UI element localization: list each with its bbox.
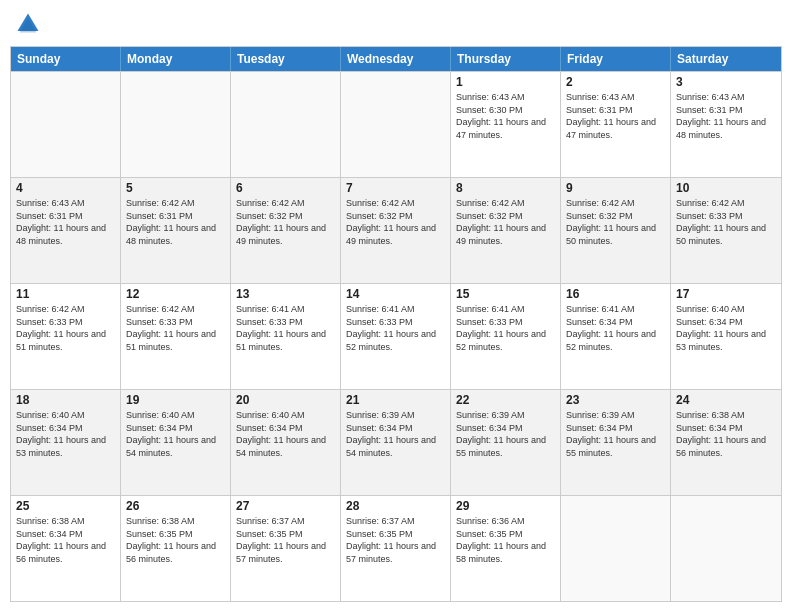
day-number: 11	[16, 287, 115, 301]
header-day-wednesday: Wednesday	[341, 47, 451, 71]
calendar-cell: 16Sunrise: 6:41 AMSunset: 6:34 PMDayligh…	[561, 284, 671, 389]
calendar-cell	[121, 72, 231, 177]
logo	[14, 10, 46, 38]
calendar-cell: 13Sunrise: 6:41 AMSunset: 6:33 PMDayligh…	[231, 284, 341, 389]
day-info: Sunrise: 6:40 AMSunset: 6:34 PMDaylight:…	[676, 303, 776, 353]
calendar-cell: 5Sunrise: 6:42 AMSunset: 6:31 PMDaylight…	[121, 178, 231, 283]
day-number: 23	[566, 393, 665, 407]
day-info: Sunrise: 6:42 AMSunset: 6:32 PMDaylight:…	[566, 197, 665, 247]
day-info: Sunrise: 6:43 AMSunset: 6:31 PMDaylight:…	[676, 91, 776, 141]
calendar-cell: 9Sunrise: 6:42 AMSunset: 6:32 PMDaylight…	[561, 178, 671, 283]
day-number: 4	[16, 181, 115, 195]
day-info: Sunrise: 6:38 AMSunset: 6:34 PMDaylight:…	[16, 515, 115, 565]
day-info: Sunrise: 6:43 AMSunset: 6:31 PMDaylight:…	[16, 197, 115, 247]
day-number: 28	[346, 499, 445, 513]
day-number: 26	[126, 499, 225, 513]
day-info: Sunrise: 6:42 AMSunset: 6:33 PMDaylight:…	[676, 197, 776, 247]
calendar-cell: 24Sunrise: 6:38 AMSunset: 6:34 PMDayligh…	[671, 390, 781, 495]
day-number: 29	[456, 499, 555, 513]
day-number: 13	[236, 287, 335, 301]
calendar-cell: 26Sunrise: 6:38 AMSunset: 6:35 PMDayligh…	[121, 496, 231, 601]
header-day-saturday: Saturday	[671, 47, 781, 71]
day-info: Sunrise: 6:41 AMSunset: 6:33 PMDaylight:…	[236, 303, 335, 353]
calendar-cell: 17Sunrise: 6:40 AMSunset: 6:34 PMDayligh…	[671, 284, 781, 389]
calendar-cell: 4Sunrise: 6:43 AMSunset: 6:31 PMDaylight…	[11, 178, 121, 283]
calendar-week-2: 4Sunrise: 6:43 AMSunset: 6:31 PMDaylight…	[11, 177, 781, 283]
calendar-week-3: 11Sunrise: 6:42 AMSunset: 6:33 PMDayligh…	[11, 283, 781, 389]
calendar-cell: 7Sunrise: 6:42 AMSunset: 6:32 PMDaylight…	[341, 178, 451, 283]
calendar-cell: 1Sunrise: 6:43 AMSunset: 6:30 PMDaylight…	[451, 72, 561, 177]
day-info: Sunrise: 6:38 AMSunset: 6:34 PMDaylight:…	[676, 409, 776, 459]
calendar-cell: 29Sunrise: 6:36 AMSunset: 6:35 PMDayligh…	[451, 496, 561, 601]
day-info: Sunrise: 6:40 AMSunset: 6:34 PMDaylight:…	[236, 409, 335, 459]
day-info: Sunrise: 6:40 AMSunset: 6:34 PMDaylight:…	[126, 409, 225, 459]
calendar-cell: 3Sunrise: 6:43 AMSunset: 6:31 PMDaylight…	[671, 72, 781, 177]
day-number: 19	[126, 393, 225, 407]
calendar-cell: 10Sunrise: 6:42 AMSunset: 6:33 PMDayligh…	[671, 178, 781, 283]
day-number: 20	[236, 393, 335, 407]
day-info: Sunrise: 6:36 AMSunset: 6:35 PMDaylight:…	[456, 515, 555, 565]
calendar-cell: 15Sunrise: 6:41 AMSunset: 6:33 PMDayligh…	[451, 284, 561, 389]
day-info: Sunrise: 6:42 AMSunset: 6:32 PMDaylight:…	[456, 197, 555, 247]
calendar-cell: 18Sunrise: 6:40 AMSunset: 6:34 PMDayligh…	[11, 390, 121, 495]
calendar-week-1: 1Sunrise: 6:43 AMSunset: 6:30 PMDaylight…	[11, 71, 781, 177]
calendar-cell: 23Sunrise: 6:39 AMSunset: 6:34 PMDayligh…	[561, 390, 671, 495]
day-info: Sunrise: 6:43 AMSunset: 6:30 PMDaylight:…	[456, 91, 555, 141]
day-info: Sunrise: 6:38 AMSunset: 6:35 PMDaylight:…	[126, 515, 225, 565]
calendar-cell: 8Sunrise: 6:42 AMSunset: 6:32 PMDaylight…	[451, 178, 561, 283]
header-day-thursday: Thursday	[451, 47, 561, 71]
day-number: 18	[16, 393, 115, 407]
header-day-sunday: Sunday	[11, 47, 121, 71]
header-day-monday: Monday	[121, 47, 231, 71]
header-day-tuesday: Tuesday	[231, 47, 341, 71]
header-day-friday: Friday	[561, 47, 671, 71]
day-number: 5	[126, 181, 225, 195]
day-info: Sunrise: 6:43 AMSunset: 6:31 PMDaylight:…	[566, 91, 665, 141]
calendar: SundayMondayTuesdayWednesdayThursdayFrid…	[10, 46, 782, 602]
calendar-cell: 19Sunrise: 6:40 AMSunset: 6:34 PMDayligh…	[121, 390, 231, 495]
day-number: 2	[566, 75, 665, 89]
day-info: Sunrise: 6:42 AMSunset: 6:33 PMDaylight:…	[126, 303, 225, 353]
calendar-cell: 25Sunrise: 6:38 AMSunset: 6:34 PMDayligh…	[11, 496, 121, 601]
calendar-cell	[11, 72, 121, 177]
day-info: Sunrise: 6:42 AMSunset: 6:32 PMDaylight:…	[346, 197, 445, 247]
day-info: Sunrise: 6:37 AMSunset: 6:35 PMDaylight:…	[346, 515, 445, 565]
day-number: 21	[346, 393, 445, 407]
day-number: 22	[456, 393, 555, 407]
calendar-cell: 21Sunrise: 6:39 AMSunset: 6:34 PMDayligh…	[341, 390, 451, 495]
calendar-cell	[671, 496, 781, 601]
day-number: 17	[676, 287, 776, 301]
calendar-cell	[231, 72, 341, 177]
calendar-header: SundayMondayTuesdayWednesdayThursdayFrid…	[11, 47, 781, 71]
calendar-cell: 27Sunrise: 6:37 AMSunset: 6:35 PMDayligh…	[231, 496, 341, 601]
calendar-cell	[561, 496, 671, 601]
day-info: Sunrise: 6:41 AMSunset: 6:34 PMDaylight:…	[566, 303, 665, 353]
day-info: Sunrise: 6:42 AMSunset: 6:31 PMDaylight:…	[126, 197, 225, 247]
calendar-cell	[341, 72, 451, 177]
day-number: 24	[676, 393, 776, 407]
calendar-cell: 14Sunrise: 6:41 AMSunset: 6:33 PMDayligh…	[341, 284, 451, 389]
calendar-week-4: 18Sunrise: 6:40 AMSunset: 6:34 PMDayligh…	[11, 389, 781, 495]
calendar-week-5: 25Sunrise: 6:38 AMSunset: 6:34 PMDayligh…	[11, 495, 781, 601]
calendar-cell: 2Sunrise: 6:43 AMSunset: 6:31 PMDaylight…	[561, 72, 671, 177]
day-info: Sunrise: 6:37 AMSunset: 6:35 PMDaylight:…	[236, 515, 335, 565]
day-number: 7	[346, 181, 445, 195]
day-number: 14	[346, 287, 445, 301]
day-number: 9	[566, 181, 665, 195]
day-number: 16	[566, 287, 665, 301]
day-info: Sunrise: 6:39 AMSunset: 6:34 PMDaylight:…	[346, 409, 445, 459]
day-number: 6	[236, 181, 335, 195]
calendar-cell: 6Sunrise: 6:42 AMSunset: 6:32 PMDaylight…	[231, 178, 341, 283]
day-number: 8	[456, 181, 555, 195]
calendar-body: 1Sunrise: 6:43 AMSunset: 6:30 PMDaylight…	[11, 71, 781, 601]
day-info: Sunrise: 6:41 AMSunset: 6:33 PMDaylight:…	[346, 303, 445, 353]
day-info: Sunrise: 6:41 AMSunset: 6:33 PMDaylight:…	[456, 303, 555, 353]
calendar-cell: 28Sunrise: 6:37 AMSunset: 6:35 PMDayligh…	[341, 496, 451, 601]
calendar-cell: 12Sunrise: 6:42 AMSunset: 6:33 PMDayligh…	[121, 284, 231, 389]
day-info: Sunrise: 6:42 AMSunset: 6:33 PMDaylight:…	[16, 303, 115, 353]
day-number: 25	[16, 499, 115, 513]
day-number: 15	[456, 287, 555, 301]
day-number: 27	[236, 499, 335, 513]
day-info: Sunrise: 6:42 AMSunset: 6:32 PMDaylight:…	[236, 197, 335, 247]
day-number: 1	[456, 75, 555, 89]
